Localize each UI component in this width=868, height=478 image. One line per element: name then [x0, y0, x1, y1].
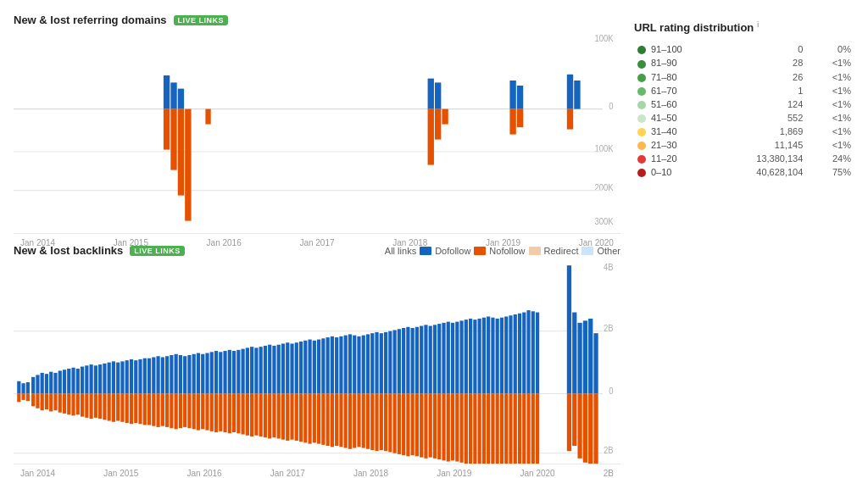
svg-rect-187: [353, 394, 356, 448]
url-rating-range: 31–40: [634, 125, 716, 138]
svg-rect-128: [223, 351, 226, 393]
svg-rect-171: [317, 394, 320, 444]
svg-rect-147: [264, 394, 267, 438]
svg-rect-185: [348, 394, 352, 449]
svg-rect-87: [130, 394, 133, 425]
svg-rect-135: [236, 394, 240, 434]
svg-rect-248: [491, 318, 494, 394]
svg-rect-67: [85, 394, 88, 418]
svg-rect-133: [232, 394, 236, 433]
referring-domains-badge: LIVE LINKS: [174, 15, 229, 25]
svg-rect-57: [63, 394, 66, 414]
svg-rect-60: [71, 368, 75, 394]
svg-rect-44: [36, 375, 39, 393]
svg-rect-114: [192, 354, 196, 394]
svg-rect-79: [112, 394, 115, 422]
url-rating-dot: [637, 114, 646, 123]
svg-rect-117: [197, 394, 200, 431]
svg-rect-100: [161, 357, 164, 393]
backlinks-chart: 4B 2B 0 2B: [14, 260, 620, 464]
svg-rect-89: [134, 394, 137, 423]
svg-rect-72: [98, 364, 102, 393]
svg-rect-155: [281, 394, 285, 440]
svg-rect-200: [384, 332, 387, 394]
svg-rect-119: [201, 394, 204, 430]
url-rating-row: 61–70 1 <1%: [634, 84, 854, 97]
svg-rect-109: [179, 394, 182, 429]
svg-rect-145: [259, 394, 263, 436]
svg-rect-107: [175, 394, 178, 430]
svg-rect-130: [228, 350, 231, 394]
svg-rect-186: [353, 336, 356, 394]
svg-rect-183: [344, 394, 348, 448]
svg-rect-150: [272, 346, 275, 394]
svg-rect-181: [339, 394, 342, 447]
redirect-color: [529, 247, 541, 255]
svg-rect-269: [536, 394, 539, 464]
svg-rect-120: [205, 353, 209, 394]
svg-rect-193: [366, 394, 370, 449]
svg-rect-157: [286, 394, 289, 441]
svg-rect-231: [451, 394, 454, 461]
svg-rect-255: [504, 394, 508, 464]
svg-text:2B: 2B: [604, 445, 614, 455]
svg-rect-17: [428, 79, 434, 109]
svg-rect-138: [246, 347, 249, 393]
url-rating-row: 11–20 13,380,134 24%: [634, 152, 854, 165]
svg-rect-245: [482, 394, 486, 464]
svg-rect-267: [531, 394, 535, 464]
svg-rect-251: [496, 394, 499, 464]
svg-rect-263: [522, 394, 526, 464]
svg-rect-180: [339, 336, 342, 394]
other-color: [581, 247, 593, 255]
svg-rect-278: [588, 319, 593, 394]
svg-rect-148: [268, 345, 271, 394]
svg-rect-85: [125, 394, 129, 423]
referring-domains-x-axis: Jan 2014 Jan 2015 Jan 2016 Jan 2017 Jan …: [14, 236, 620, 247]
svg-rect-111: [183, 394, 186, 427]
svg-rect-241: [473, 394, 476, 464]
svg-rect-101: [161, 394, 164, 426]
svg-rect-262: [522, 313, 526, 394]
svg-rect-223: [433, 394, 437, 459]
svg-rect-246: [487, 316, 490, 393]
svg-rect-37: [17, 394, 20, 403]
svg-rect-191: [362, 394, 365, 448]
svg-rect-174: [326, 337, 330, 393]
svg-rect-198: [380, 333, 383, 393]
svg-rect-268: [536, 313, 539, 394]
svg-rect-165: [303, 394, 307, 443]
svg-rect-158: [290, 343, 293, 393]
svg-rect-238: [469, 319, 472, 394]
url-rating-range: 21–30: [634, 138, 716, 152]
svg-rect-82: [120, 361, 124, 393]
url-rating-dot: [637, 60, 646, 69]
svg-text:100K: 100K: [594, 34, 613, 44]
svg-rect-43: [31, 394, 35, 407]
svg-rect-99: [156, 394, 159, 427]
svg-rect-173: [321, 394, 325, 445]
svg-rect-102: [165, 356, 169, 393]
svg-rect-178: [335, 337, 338, 393]
referring-domains-header: New & lost referring domains LIVE LINKS: [14, 14, 620, 26]
url-rating-row: 51–60 124 <1%: [634, 97, 854, 111]
url-rating-dot: [637, 74, 646, 82]
svg-rect-211: [406, 394, 409, 457]
svg-rect-204: [393, 330, 397, 393]
svg-rect-61: [71, 394, 75, 416]
svg-rect-208: [402, 328, 405, 394]
dofollow-color: [420, 247, 431, 255]
svg-rect-225: [437, 394, 441, 460]
svg-rect-216: [420, 326, 423, 394]
svg-rect-45: [36, 394, 39, 409]
url-rating-pct: 24%: [813, 152, 854, 165]
url-rating-pct: <1%: [813, 125, 854, 138]
url-rating-dot: [637, 142, 646, 150]
url-rating-count: 40,628,104: [716, 165, 813, 179]
svg-rect-86: [130, 359, 133, 394]
svg-rect-197: [375, 394, 378, 452]
svg-rect-66: [85, 365, 88, 393]
svg-rect-266: [531, 311, 535, 393]
svg-rect-76: [108, 363, 111, 394]
svg-rect-122: [210, 352, 214, 393]
